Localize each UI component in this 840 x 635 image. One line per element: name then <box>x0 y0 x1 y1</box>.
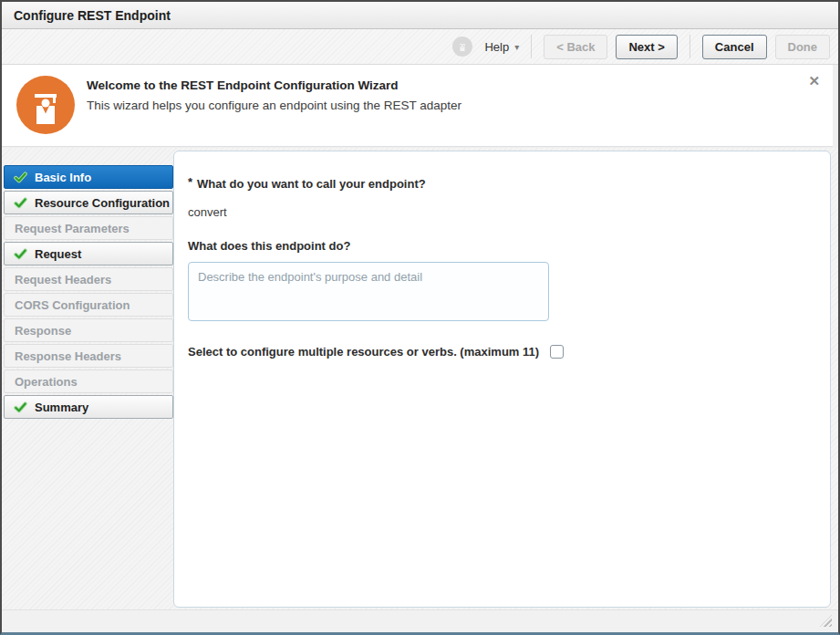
step-label: Request <box>35 247 81 261</box>
dialog-titlebar: Configure REST Endpoint <box>2 2 838 29</box>
sidebar-step-response: Response <box>4 318 173 342</box>
step-label: Request Headers <box>15 273 111 286</box>
step-label: Response <box>15 324 71 338</box>
step-label: Basic Info <box>35 171 91 184</box>
endpoint-description-label: What does this endpoint do? <box>188 239 812 253</box>
wizard-steps: Basic InfoResource ConfigurationRequest … <box>4 165 173 421</box>
dialog-title: Configure REST Endpoint <box>14 8 171 23</box>
step-complete-check-icon <box>14 247 27 261</box>
step-complete-check-icon <box>14 171 27 184</box>
sidebar-step-request[interactable]: Request <box>4 242 173 265</box>
sidebar-step-request-headers: Request Headers <box>4 267 173 291</box>
sidebar-step-cors-configuration: CORS Configuration <box>4 293 173 317</box>
sidebar-step-response-headers: Response Headers <box>4 344 173 368</box>
dialog-footer <box>2 609 838 632</box>
configure-rest-endpoint-dialog: Configure REST Endpoint Help ▾ < Back Ne… <box>0 0 840 635</box>
endpoint-name-label-row: *What do you want to call your endpoint? <box>188 175 812 192</box>
required-asterisk: * <box>188 175 192 189</box>
step-label: Response Headers <box>15 349 121 363</box>
endpoint-name-label: What do you want to call your endpoint? <box>197 177 426 191</box>
endpoint-description-input[interactable] <box>188 262 549 321</box>
multiple-resources-label: Select to configure multiple resources o… <box>188 345 539 359</box>
basic-info-panel: *What do you want to call your endpoint?… <box>173 151 831 608</box>
sidebar-step-summary[interactable]: Summary <box>4 395 173 419</box>
welcome-subtitle: This wizard helps you configure an endpo… <box>87 99 461 112</box>
step-complete-check-icon <box>14 196 27 210</box>
endpoint-name-value: convert <box>188 205 812 219</box>
welcome-banner: Welcome to the REST Endpoint Configurati… <box>2 65 833 147</box>
close-welcome-icon[interactable]: ✕ <box>808 74 820 88</box>
step-label: CORS Configuration <box>15 298 130 312</box>
step-label: Resource Configuration <box>35 196 170 210</box>
resize-grip-icon[interactable] <box>820 615 832 627</box>
toolbar-separator <box>531 35 532 58</box>
step-label: Summary <box>35 401 88 414</box>
step-complete-check-icon <box>14 401 27 414</box>
help-menu[interactable]: Help ▾ <box>484 40 519 54</box>
cancel-button[interactable]: Cancel <box>702 35 767 59</box>
rest-adapter-icon <box>16 76 75 138</box>
next-button[interactable]: Next > <box>616 35 677 59</box>
rest-adapter-avatar-icon <box>452 36 472 57</box>
done-button: Done <box>775 35 831 59</box>
help-caret-icon: ▾ <box>514 42 519 52</box>
sidebar-step-operations: Operations <box>4 370 173 393</box>
multiple-resources-checkbox[interactable] <box>550 345 564 359</box>
step-label: Operations <box>15 375 78 389</box>
rest-adapter-glyph-icon <box>455 39 470 54</box>
wizard-body: Basic InfoResource ConfigurationRequest … <box>2 148 838 609</box>
sidebar-step-resource-configuration[interactable]: Resource Configuration <box>4 191 173 214</box>
step-label: Request Parameters <box>15 222 130 235</box>
toolbar-separator <box>690 35 690 58</box>
sidebar-step-request-parameters: Request Parameters <box>4 216 173 240</box>
back-button: < Back <box>544 35 607 59</box>
multiple-resources-row: Select to configure multiple resources o… <box>188 345 812 359</box>
welcome-heading: Welcome to the REST Endpoint Configurati… <box>87 78 461 92</box>
wizard-toolbar: Help ▾ < Back Next > Cancel Done <box>2 29 838 65</box>
sidebar-step-basic-info[interactable]: Basic Info <box>4 165 173 189</box>
help-label: Help <box>484 40 509 54</box>
